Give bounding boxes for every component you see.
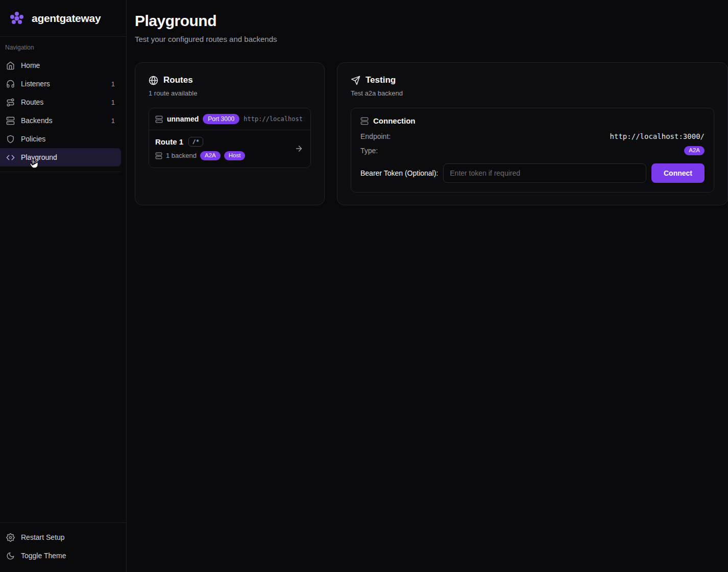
arrow-right-icon xyxy=(295,145,303,153)
token-row: Bearer Token (Optional): Connect xyxy=(360,163,705,183)
sidebar-item-routes[interactable]: Routes 1 xyxy=(0,93,121,111)
route-backend-count: 1 backend xyxy=(166,152,197,159)
sidebar-item-policies[interactable]: Policies xyxy=(0,130,121,148)
route-badge-host: Host xyxy=(224,151,246,160)
restart-setup-button[interactable]: Restart Setup xyxy=(0,528,121,546)
sidebar-header: agentgateway xyxy=(0,0,126,37)
type-badge: A2A xyxy=(684,146,705,155)
routes-card: Routes 1 route available unnamed Port 30… xyxy=(135,62,325,205)
agentgateway-logo-icon xyxy=(8,10,26,27)
sidebar: agentgateway Navigation Home Listeners 1… xyxy=(0,0,127,572)
sidebar-item-backends[interactable]: Backends 1 xyxy=(0,111,121,130)
moon-icon xyxy=(6,552,15,560)
testing-card-title: Testing xyxy=(366,75,396,85)
sidebar-item-label: Listeners xyxy=(21,80,50,88)
nav-section-label: Navigation xyxy=(0,44,121,56)
route-listener-box: unnamed Port 3000 http://localhost:3000/… xyxy=(149,108,311,168)
testing-card-subtitle: Test a2a backend xyxy=(351,89,714,97)
home-icon xyxy=(6,61,15,70)
route-icon xyxy=(6,98,15,107)
sidebar-item-label: Backends xyxy=(21,116,52,125)
sidebar-item-home[interactable]: Home xyxy=(0,56,121,75)
connection-box: Connection Endpoint: http://localhost:30… xyxy=(351,108,714,193)
sidebar-footer: Restart Setup Toggle Theme xyxy=(0,522,126,572)
send-icon xyxy=(351,76,360,85)
sidebar-item-listeners[interactable]: Listeners 1 xyxy=(0,75,121,93)
sidebar-item-label: Home xyxy=(21,61,40,69)
sidebar-item-count: 1 xyxy=(111,80,115,88)
route-name: Route 1 xyxy=(155,137,183,146)
toggle-theme-label: Toggle Theme xyxy=(21,552,66,560)
page-title: Playground xyxy=(135,12,728,30)
type-label: Type: xyxy=(360,147,378,155)
routes-card-header: Routes xyxy=(149,75,311,85)
token-label: Bearer Token (Optional): xyxy=(360,169,438,177)
shield-icon xyxy=(6,135,15,144)
testing-card-header: Testing xyxy=(351,75,714,85)
sidebar-item-label: Playground xyxy=(21,153,57,161)
sidebar-nav: Navigation Home Listeners 1 Routes 1 xyxy=(0,37,126,176)
headphones-icon xyxy=(6,80,15,88)
globe-icon xyxy=(149,76,158,85)
route-name-row: Route 1 /* xyxy=(155,137,304,147)
brand-name: agentgateway xyxy=(32,12,101,25)
route-meta-row: 1 backend A2A Host xyxy=(155,151,304,160)
endpoint-value: http://localhost:3000/ xyxy=(610,132,705,140)
testing-card: Testing Test a2a backend Connection Endp… xyxy=(337,62,728,205)
gear-icon xyxy=(6,533,15,542)
sidebar-item-count: 1 xyxy=(111,99,115,106)
sidebar-item-count: 1 xyxy=(111,117,115,125)
page-subtitle: Test your configured routes and backends xyxy=(135,35,728,43)
connection-header: Connection xyxy=(360,116,705,125)
sidebar-item-label: Policies xyxy=(21,135,45,143)
route-list-item[interactable]: Route 1 /* 1 backend A2A Host xyxy=(149,130,310,168)
main-content: Playground Test your configured routes a… xyxy=(127,0,728,572)
endpoint-row: Endpoint: http://localhost:3000/ xyxy=(360,132,705,140)
endpoint-label: Endpoint: xyxy=(360,132,391,140)
sidebar-item-label: Routes xyxy=(21,98,43,106)
server-icon xyxy=(155,115,163,123)
listener-port-badge: Port 3000 xyxy=(203,114,239,124)
routes-card-title: Routes xyxy=(163,75,193,85)
server-icon xyxy=(6,116,15,125)
connection-title: Connection xyxy=(373,116,416,125)
listener-url: http://localhost:3000/ xyxy=(244,115,304,123)
code-icon xyxy=(6,153,15,162)
type-row: Type: A2A xyxy=(360,146,705,155)
bearer-token-input[interactable] xyxy=(443,163,646,183)
route-path-badge: /* xyxy=(188,137,203,147)
toggle-theme-button[interactable]: Toggle Theme xyxy=(0,546,121,565)
nav-divider xyxy=(0,172,121,172)
route-badge-a2a: A2A xyxy=(200,151,221,160)
server-icon xyxy=(360,117,369,125)
connect-button[interactable]: Connect xyxy=(651,163,705,183)
listener-row: unnamed Port 3000 http://localhost:3000/ xyxy=(149,108,310,130)
restart-setup-label: Restart Setup xyxy=(21,533,65,541)
sidebar-item-playground[interactable]: Playground xyxy=(0,148,121,166)
listener-name: unnamed xyxy=(167,115,199,123)
cards-row: Routes 1 route available unnamed Port 30… xyxy=(135,62,728,205)
server-icon xyxy=(155,152,162,159)
routes-card-subtitle: 1 route available xyxy=(149,89,311,97)
